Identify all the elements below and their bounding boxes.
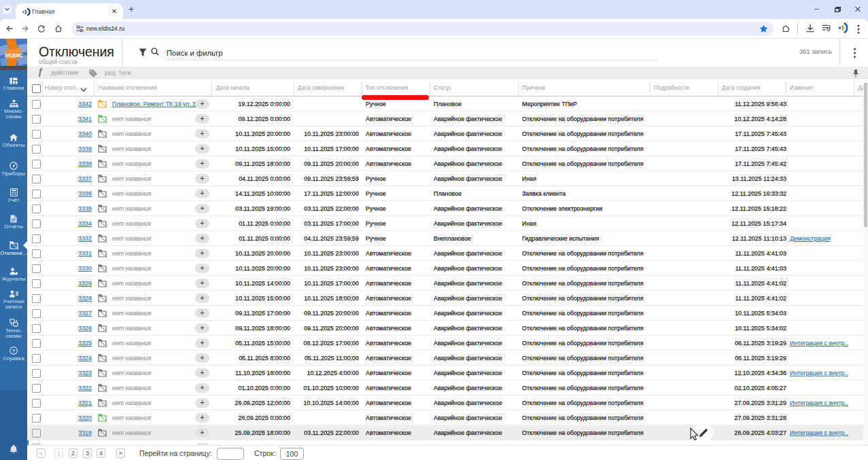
svg-text:ЭЛДИС: ЭЛДИС bbox=[4, 52, 23, 58]
svg-text:?: ? bbox=[12, 348, 16, 354]
